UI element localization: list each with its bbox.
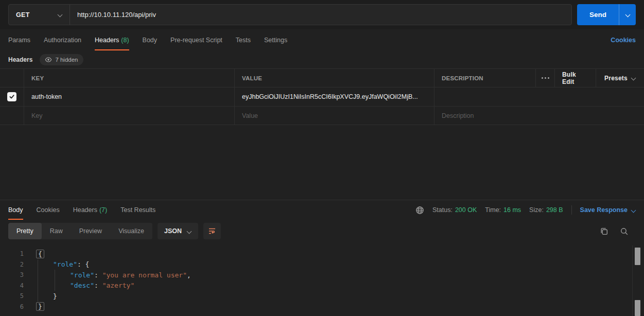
chevron-down-icon	[631, 76, 636, 80]
request-tab-bar: Params Authorization Headers (8) Body Pr…	[0, 29, 644, 50]
code-line: 3 "role": "you are normal user",	[0, 270, 644, 280]
view-tab-preview[interactable]: Preview	[71, 223, 110, 239]
code-line: 2 "role": {	[0, 259, 644, 270]
tab-body[interactable]: Body	[143, 29, 158, 50]
line-number: 1	[0, 250, 24, 257]
cookies-link[interactable]: Cookies	[611, 37, 636, 44]
response-tab-bar: Body Cookies Headers (7) Test Results St…	[0, 200, 644, 220]
new-value-cell	[234, 107, 434, 125]
headers-count-badge: (8)	[121, 37, 129, 44]
headers-section-title: Headers	[8, 56, 32, 63]
column-header-value: VALUE	[234, 69, 434, 87]
response-tab-headers[interactable]: Headers (7)	[73, 200, 108, 220]
chevron-down-icon	[631, 208, 636, 213]
line-number: 2	[0, 261, 24, 268]
divider	[571, 205, 572, 215]
tab-settings[interactable]: Settings	[264, 29, 287, 50]
code-line: 4 "desc": "azerty"	[0, 280, 644, 291]
wrap-lines-button[interactable]	[203, 223, 221, 239]
view-mode-segmented-control: Pretty Raw Preview Visualize	[8, 223, 152, 239]
response-view-toolbar: Pretty Raw Preview Visualize JSON	[0, 220, 644, 242]
hidden-headers-toggle[interactable]: 7 hidden	[40, 54, 83, 65]
chevron-down-icon	[625, 12, 630, 17]
row-checkbox[interactable]	[7, 92, 16, 101]
column-header-key: KEY	[24, 69, 234, 87]
headers-subheader: Headers 7 hidden	[0, 50, 644, 68]
response-panel: Body Cookies Headers (7) Test Results St…	[0, 200, 644, 316]
header-row-auth-token: auth-token eyJhbGciOiJIUzI1NiIsInR5cCI6I…	[0, 87, 644, 107]
send-split-button: Send	[577, 4, 636, 25]
indent-guide	[38, 259, 38, 302]
bulk-edit-button[interactable]: Bulk Edit	[554, 69, 596, 87]
save-response-button[interactable]: Save Response	[580, 206, 636, 214]
method-selector[interactable]: GET	[9, 5, 70, 25]
url-input[interactable]	[70, 5, 571, 25]
request-bar: GET Send	[0, 0, 644, 29]
empty-area	[0, 125, 644, 200]
copy-icon[interactable]	[600, 227, 608, 236]
more-actions-icon	[542, 77, 549, 79]
code-line: 5 }	[0, 291, 644, 302]
row-checkbox-cell-empty	[0, 107, 24, 125]
method-label: GET	[16, 11, 30, 19]
chevron-down-icon	[187, 229, 192, 234]
new-value-input[interactable]	[242, 112, 427, 119]
line-number: 6	[0, 303, 24, 310]
scrollbar-thumb[interactable]	[635, 300, 640, 316]
response-headers-count-badge: (7)	[99, 206, 107, 214]
view-tab-pretty[interactable]: Pretty	[8, 223, 42, 239]
new-key-input[interactable]	[31, 112, 227, 119]
presets-dropdown[interactable]: Presets	[596, 69, 644, 87]
time-badge: Time:16 ms	[485, 206, 521, 214]
response-body-actions	[600, 227, 636, 236]
hidden-headers-label: 7 hidden	[55, 57, 78, 63]
fold-toggle[interactable]: {	[36, 250, 44, 258]
line-number: 4	[0, 282, 24, 289]
indent-guide	[55, 270, 55, 291]
line-number: 5	[0, 292, 24, 300]
tab-authorization[interactable]: Authorization	[44, 29, 81, 50]
code-line: 1 {	[0, 249, 644, 259]
search-icon[interactable]	[620, 227, 629, 236]
response-body-editor: 1 { 2 "role": { 3 "role": "you are norma…	[0, 242, 644, 316]
eye-icon	[45, 56, 52, 63]
tab-headers[interactable]: Headers (8)	[95, 29, 129, 50]
new-description-input[interactable]	[442, 112, 637, 119]
size-badge: Size:298 B	[529, 206, 563, 214]
table-header-row: KEY VALUE DESCRIPTION Bulk Edit Presets	[0, 69, 644, 87]
view-tab-raw[interactable]: Raw	[42, 223, 71, 239]
tab-params[interactable]: Params	[8, 29, 30, 50]
response-meta: Status:200 OK Time:16 ms Size:298 B Save…	[415, 205, 636, 215]
status-badge: Status:200 OK	[432, 206, 477, 214]
view-tab-visualize[interactable]: Visualize	[110, 223, 152, 239]
response-tab-body[interactable]: Body	[8, 200, 23, 220]
line-number: 3	[0, 271, 24, 278]
format-dropdown[interactable]: JSON	[158, 223, 198, 239]
header-key-cell[interactable]: auth-token	[24, 87, 234, 106]
row-checkbox-cell	[0, 87, 24, 106]
response-tab-cookies[interactable]: Cookies	[37, 200, 60, 220]
send-options-button[interactable]	[619, 4, 636, 25]
fold-toggle[interactable]: }	[36, 302, 44, 311]
tab-pre-request-script[interactable]: Pre-request Script	[170, 29, 222, 50]
send-button[interactable]: Send	[577, 4, 619, 25]
scrollbar-track	[632, 245, 633, 316]
response-tab-test-results[interactable]: Test Results	[120, 200, 155, 220]
new-key-cell	[24, 107, 234, 125]
tab-tests[interactable]: Tests	[236, 29, 251, 50]
column-header-description: DESCRIPTION	[434, 69, 535, 87]
globe-icon[interactable]	[415, 206, 424, 215]
new-description-cell	[434, 107, 644, 125]
more-actions-button[interactable]	[535, 69, 554, 87]
new-header-row	[0, 107, 644, 125]
text-wrap-icon	[208, 227, 216, 235]
select-all-cell	[0, 69, 24, 87]
headers-table: KEY VALUE DESCRIPTION Bulk Edit Presets …	[0, 68, 644, 125]
chevron-down-icon	[58, 12, 62, 17]
header-description-cell[interactable]	[434, 87, 644, 106]
scrollbar-thumb[interactable]	[635, 248, 640, 265]
code-line: 6 }	[0, 302, 644, 312]
url-container: GET	[8, 4, 572, 25]
header-value-cell[interactable]: eyJhbGciOiJIUzI1NiIsInR5cCI6IkpXVCJ9.eyJ…	[234, 87, 434, 106]
